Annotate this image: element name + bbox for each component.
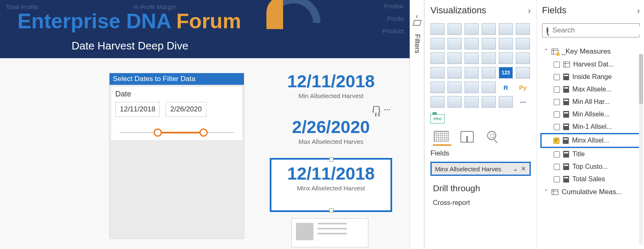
filters-pane-collapsed[interactable]: ‹ Filters xyxy=(410,0,424,249)
table-name: Cumulative Meas... xyxy=(562,188,622,196)
fields-search[interactable] xyxy=(542,23,640,37)
qa-visual-icon[interactable] xyxy=(465,96,479,108)
clustered-bar-icon[interactable] xyxy=(465,23,479,35)
fields-tab[interactable] xyxy=(434,131,450,143)
field-label: Minx Allsel... xyxy=(572,137,609,144)
table-icon[interactable] xyxy=(465,81,479,93)
stacked-bar-icon[interactable] xyxy=(430,23,445,35)
slider-fill xyxy=(157,132,203,133)
checkbox[interactable] xyxy=(554,62,560,68)
slicer-icon[interactable] xyxy=(448,81,462,93)
area-chart-icon[interactable] xyxy=(448,38,462,49)
field-well-text: Minx Allselected Harves xyxy=(435,165,501,173)
pro-badge-icon[interactable]: PRO xyxy=(430,114,445,123)
analytics-tab[interactable] xyxy=(487,131,504,143)
search-input[interactable] xyxy=(552,26,641,35)
arcgis-icon[interactable] xyxy=(499,96,513,108)
slicer-field-label: Date xyxy=(115,90,238,99)
field-min-allselected[interactable]: Min Allsele... xyxy=(542,108,640,121)
filter-icon[interactable] xyxy=(373,106,380,113)
eraser-icon[interactable] xyxy=(413,20,422,26)
paginated-report-icon[interactable] xyxy=(482,96,496,108)
more-options-icon[interactable]: ⋯ xyxy=(384,106,391,113)
matrix-icon[interactable] xyxy=(482,81,496,93)
field-total-sales[interactable]: Total Sales xyxy=(542,173,640,185)
checkbox[interactable] xyxy=(554,111,560,118)
checkbox[interactable] xyxy=(554,124,560,130)
clustered-column-icon[interactable] xyxy=(482,23,496,35)
checkbox[interactable] xyxy=(554,86,560,93)
chevron-down-icon[interactable]: ⌄ xyxy=(513,165,518,173)
donut-chart-icon[interactable] xyxy=(499,52,513,64)
checkbox-checked[interactable] xyxy=(553,138,559,144)
field-max-allselected[interactable]: Max Allsele... xyxy=(542,83,640,96)
ribbon-chart-icon[interactable] xyxy=(516,38,530,49)
table-key-measures[interactable]: ⌃ _Key Measures xyxy=(542,45,640,58)
shape-map-icon[interactable] xyxy=(465,67,479,79)
checkbox[interactable] xyxy=(554,99,560,105)
field-title[interactable]: Title xyxy=(542,148,640,160)
collapse-viz-icon[interactable]: › xyxy=(528,6,531,15)
gauge-bg-icon xyxy=(266,0,321,23)
filled-map-icon[interactable] xyxy=(448,67,462,79)
field-harvest-date[interactable]: Harvest Dat... xyxy=(542,58,640,71)
scatter-chart-icon[interactable] xyxy=(465,52,479,64)
hundred-column-icon[interactable] xyxy=(516,23,530,35)
card-min-allselected[interactable]: 12/11/2018 Min Allselected Harvest xyxy=(271,71,391,99)
multi-row-card-icon[interactable] xyxy=(516,67,530,79)
card-minx-allselected-selected[interactable]: 12/11/2018 Minx Allselected Harvest xyxy=(270,158,392,212)
waterfall-icon[interactable] xyxy=(430,52,445,64)
card-visual-icon[interactable]: 123 xyxy=(499,67,513,79)
date-slicer[interactable]: Select Dates to Filter Data Date 12/11/2… xyxy=(109,73,244,239)
stacked-area-icon[interactable] xyxy=(465,38,479,49)
stacked-column-icon[interactable] xyxy=(448,23,462,35)
viz-pane-header: Visualizations › xyxy=(430,5,531,16)
table-cumulative-measures[interactable]: ⌃ Cumulative Meas... xyxy=(542,185,640,199)
field-minx-allselected-selected[interactable]: Minx Allsel... xyxy=(540,133,642,148)
field-top-customer[interactable]: Top Custo... xyxy=(542,160,640,173)
field-label: Top Custo... xyxy=(572,163,608,170)
date-from-input[interactable]: 12/11/2018 xyxy=(115,102,160,117)
slider-thumb-start[interactable] xyxy=(154,128,162,137)
empty-visual-placeholder[interactable] xyxy=(291,218,368,247)
kpi-icon[interactable] xyxy=(430,81,445,93)
line-chart-icon[interactable] xyxy=(430,38,445,49)
funnel-chart-icon[interactable] xyxy=(448,52,462,64)
field-min-all-harvest[interactable]: Min All Har... xyxy=(542,96,640,108)
field-label: Min-1 Allsel... xyxy=(572,123,612,131)
measure-icon xyxy=(563,151,569,158)
python-visual-icon[interactable]: Py xyxy=(516,81,530,93)
viz-pane-title: Visualizations xyxy=(430,5,486,16)
fields-pane-title: Fields xyxy=(542,5,567,16)
more-visuals-icon[interactable]: ⋯ xyxy=(516,96,530,108)
decomposition-tree-icon[interactable] xyxy=(448,96,462,108)
checkbox[interactable] xyxy=(554,151,560,158)
format-tab[interactable] xyxy=(460,131,477,143)
fields-scrollbar[interactable] xyxy=(639,54,643,245)
gauge-icon[interactable] xyxy=(482,67,496,79)
report-canvas[interactable]: Total Profits % Profit Margin Produc Pro… xyxy=(0,0,410,249)
field-min1-allselected[interactable]: Min-1 Allsel... xyxy=(542,121,640,133)
field-inside-range[interactable]: Inside Range xyxy=(542,71,640,83)
key-influencers-icon[interactable] xyxy=(430,96,445,108)
field-well-item[interactable]: Minx Allselected Harves ⌄ ✕ xyxy=(430,162,531,176)
treemap-icon[interactable] xyxy=(516,52,530,64)
line-clustered-col-icon[interactable] xyxy=(499,38,513,49)
map-icon[interactable] xyxy=(430,67,445,79)
date-to-input[interactable]: 2/26/2020 xyxy=(166,102,206,117)
slider-thumb-end[interactable] xyxy=(199,128,208,137)
pie-chart-icon[interactable] xyxy=(482,52,496,64)
field-label: Harvest Dat... xyxy=(573,61,614,68)
scrollbar-thumb[interactable] xyxy=(639,54,643,104)
line-stacked-col-icon[interactable] xyxy=(482,38,496,49)
date-range-slider[interactable] xyxy=(119,128,234,137)
checkbox[interactable] xyxy=(554,74,560,80)
checkbox[interactable] xyxy=(554,164,560,170)
collapse-fields-icon[interactable]: › xyxy=(637,6,640,15)
remove-field-icon[interactable]: ✕ xyxy=(521,165,526,173)
r-visual-icon[interactable]: R xyxy=(499,81,513,93)
expand-filters-icon[interactable]: ‹ xyxy=(410,12,424,20)
card-max-allselected[interactable]: 2/26/2020 Max Allselected Harves ⋯ xyxy=(271,117,391,145)
hundred-bar-icon[interactable] xyxy=(499,23,513,35)
checkbox[interactable] xyxy=(554,176,560,182)
